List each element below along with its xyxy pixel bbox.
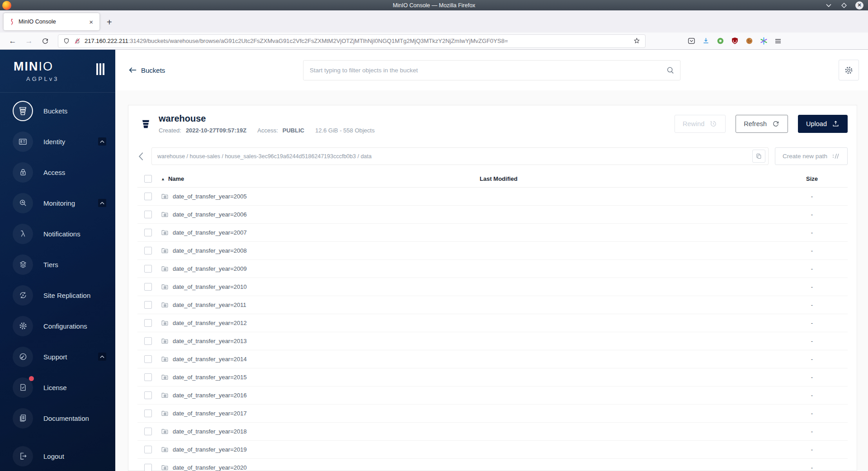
- new-tab-button[interactable]: +: [107, 17, 112, 28]
- reload-icon[interactable]: [38, 35, 52, 47]
- sidebar-collapse-icon[interactable]: [96, 63, 104, 75]
- downloads-icon[interactable]: [702, 37, 710, 45]
- row-checkbox[interactable]: [144, 265, 152, 273]
- table-row[interactable]: date_of_transfer_year=2010 -: [137, 278, 848, 296]
- cookie-extension-icon[interactable]: [745, 37, 754, 45]
- sidebar-item-monitoring[interactable]: Monitoring: [0, 188, 115, 218]
- sidebar-item-logout[interactable]: Logout: [0, 441, 115, 471]
- insecure-lock-icon[interactable]: [74, 38, 81, 45]
- object-name[interactable]: date_of_transfer_year=2011: [173, 301, 246, 308]
- back-to-buckets-link[interactable]: Buckets: [129, 66, 165, 74]
- table-row[interactable]: date_of_transfer_year=2006 -: [137, 206, 848, 224]
- object-name[interactable]: date_of_transfer_year=2008: [173, 247, 247, 254]
- row-checkbox[interactable]: [144, 464, 152, 471]
- object-name[interactable]: date_of_transfer_year=2005: [173, 193, 247, 200]
- object-name[interactable]: date_of_transfer_year=2013: [173, 338, 247, 344]
- copy-path-button[interactable]: [752, 150, 765, 163]
- table-row[interactable]: date_of_transfer_year=2014 -: [137, 350, 848, 368]
- path-back-chevron-icon[interactable]: [137, 152, 145, 161]
- table-row[interactable]: date_of_transfer_year=2017 -: [137, 405, 848, 423]
- sidebar-item-tiers[interactable]: Tiers: [0, 249, 115, 280]
- column-header-size[interactable]: Size: [776, 175, 848, 182]
- column-header-name[interactable]: Name: [168, 175, 184, 182]
- object-name[interactable]: date_of_transfer_year=2017: [173, 410, 247, 417]
- sort-ascending-icon[interactable]: ▲: [161, 177, 165, 181]
- chevron-up-icon[interactable]: [98, 353, 106, 361]
- refresh-button[interactable]: Refresh: [736, 115, 788, 133]
- table-row[interactable]: date_of_transfer_year=2007 -: [137, 224, 848, 242]
- object-name[interactable]: date_of_transfer_year=2020: [173, 464, 247, 471]
- object-name[interactable]: date_of_transfer_year=2012: [173, 320, 247, 326]
- table-row[interactable]: date_of_transfer_year=2011 -: [137, 296, 848, 314]
- row-checkbox[interactable]: [144, 247, 152, 254]
- row-checkbox[interactable]: [144, 229, 152, 236]
- chevron-up-icon[interactable]: [98, 199, 106, 207]
- row-checkbox[interactable]: [144, 337, 152, 345]
- row-checkbox[interactable]: [144, 355, 152, 363]
- object-name[interactable]: date_of_transfer_year=2007: [173, 229, 247, 236]
- row-checkbox[interactable]: [144, 319, 152, 327]
- row-checkbox[interactable]: [144, 410, 152, 417]
- row-checkbox[interactable]: [144, 193, 152, 200]
- object-name[interactable]: date_of_transfer_year=2009: [173, 265, 247, 272]
- browser-tab[interactable]: MinIO Console ×: [4, 13, 99, 30]
- row-checkbox[interactable]: [144, 373, 152, 381]
- row-checkbox[interactable]: [144, 211, 152, 218]
- row-checkbox[interactable]: [144, 301, 152, 309]
- sidebar-item-configurations[interactable]: Configurations: [0, 311, 115, 341]
- column-header-last-modified[interactable]: Last Modified: [480, 175, 776, 182]
- breadcrumb[interactable]: warehouse / house-sales / house_sales-3e…: [157, 153, 752, 160]
- table-row[interactable]: date_of_transfer_year=2015 -: [137, 368, 848, 386]
- sidebar-item-site-replication[interactable]: Site Replication: [0, 280, 115, 311]
- table-row[interactable]: date_of_transfer_year=2008 -: [137, 242, 848, 260]
- extension-green-icon[interactable]: [716, 37, 725, 45]
- window-minimize-icon[interactable]: [825, 1, 833, 9]
- sidebar-item-buckets[interactable]: Buckets: [0, 95, 115, 126]
- sidebar-item-access[interactable]: Access: [0, 157, 115, 188]
- forward-icon[interactable]: →: [22, 35, 36, 47]
- sidebar-item-support[interactable]: Support: [0, 341, 115, 372]
- search-input[interactable]: [303, 60, 680, 80]
- table-row[interactable]: date_of_transfer_year=2018 -: [137, 423, 848, 441]
- extension-asterisk-icon[interactable]: [760, 37, 768, 45]
- row-checkbox[interactable]: [144, 446, 152, 453]
- sidebar-item-notifications[interactable]: Notifications: [0, 218, 115, 249]
- sidebar-item-documentation[interactable]: Documentation: [0, 403, 115, 433]
- window-close-icon[interactable]: ✕: [855, 1, 863, 9]
- select-all-checkbox[interactable]: [144, 175, 152, 183]
- back-icon[interactable]: ←: [5, 35, 20, 47]
- object-name[interactable]: date_of_transfer_year=2018: [173, 428, 247, 435]
- bookmark-star-icon[interactable]: [633, 37, 641, 45]
- object-name[interactable]: date_of_transfer_year=2014: [173, 356, 247, 363]
- sidebar-item-license[interactable]: License: [0, 372, 115, 403]
- bucket-settings-button[interactable]: [839, 60, 859, 80]
- menu-hamburger-icon[interactable]: [774, 37, 782, 45]
- table-row[interactable]: date_of_transfer_year=2013 -: [137, 332, 848, 350]
- object-name[interactable]: date_of_transfer_year=2010: [173, 283, 247, 290]
- row-checkbox[interactable]: [144, 283, 152, 291]
- object-name[interactable]: date_of_transfer_year=2019: [173, 446, 247, 453]
- create-new-path-button[interactable]: Create new path: [775, 147, 848, 165]
- table-row[interactable]: date_of_transfer_year=2012 -: [137, 314, 848, 332]
- url-bar[interactable]: 217.160.222.211:31429/buckets/warehouse/…: [58, 34, 646, 48]
- pocket-icon[interactable]: [687, 37, 696, 45]
- table-row[interactable]: date_of_transfer_year=2020 -: [137, 459, 848, 471]
- row-checkbox[interactable]: [144, 391, 152, 399]
- tab-close-icon[interactable]: ×: [87, 18, 95, 26]
- row-checkbox[interactable]: [144, 428, 152, 435]
- upload-button[interactable]: Upload: [798, 115, 848, 133]
- object-name[interactable]: date_of_transfer_year=2006: [173, 211, 247, 218]
- chevron-up-icon[interactable]: [98, 137, 106, 146]
- table-row[interactable]: date_of_transfer_year=2009 -: [137, 260, 848, 278]
- table-row[interactable]: date_of_transfer_year=2005 -: [137, 188, 848, 206]
- ublock-origin-icon[interactable]: [731, 37, 739, 45]
- object-name[interactable]: date_of_transfer_year=2016: [173, 392, 247, 399]
- object-name[interactable]: date_of_transfer_year=2015: [173, 374, 247, 381]
- table-row[interactable]: date_of_transfer_year=2019 -: [137, 441, 848, 459]
- rewind-button[interactable]: Rewind: [675, 115, 726, 133]
- sidebar-item-identity[interactable]: Identity: [0, 126, 115, 157]
- shield-permissions-icon[interactable]: [63, 38, 70, 45]
- table-row[interactable]: date_of_transfer_year=2016 -: [137, 386, 848, 405]
- url-text[interactable]: 217.160.222.211:31429/buckets/warehouse/…: [85, 38, 629, 44]
- window-maximize-icon[interactable]: [840, 1, 848, 9]
